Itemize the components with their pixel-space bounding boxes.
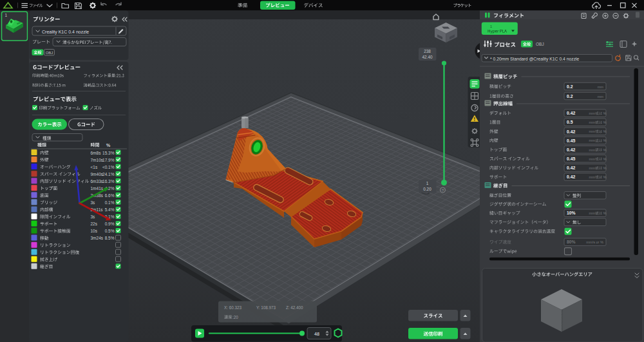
svg-text:0.5: 0.5 <box>567 120 573 124</box>
svg-text:10%: 10% <box>567 211 576 215</box>
svg-text:0.42: 0.42 <box>567 111 575 115</box>
svg-text:mm: mm <box>598 85 604 89</box>
svg-text:6.6%: 6.6% <box>105 193 115 198</box>
svg-text:1m41s: 1m41s <box>91 186 104 191</box>
svg-text:1: 1 <box>490 24 492 28</box>
svg-text:10s: 10s <box>91 229 98 233</box>
svg-text:3s: 3s <box>91 200 96 205</box>
svg-text:mm: mm <box>598 95 604 99</box>
svg-text:24.1%: 24.1% <box>102 172 115 176</box>
svg-text:0.9%: 0.9% <box>105 222 115 226</box>
svg-text:15.3%: 15.3% <box>102 151 115 155</box>
svg-text:mm: mm <box>589 148 596 152</box>
svg-text:%: % <box>603 211 607 215</box>
svg-text:0.5%: 0.5% <box>105 229 115 233</box>
svg-text:0.42: 0.42 <box>567 166 575 170</box>
svg-text:0.2: 0.2 <box>567 94 573 99</box>
svg-text:X: 60.323: X: 60.323 <box>224 305 242 310</box>
svg-text:238: 238 <box>424 49 431 53</box>
svg-text:mm: mm <box>589 175 596 179</box>
svg-text:mm: mm <box>589 211 596 215</box>
svg-text:mm: mm <box>589 138 596 142</box>
svg-text:8.5%: 8.5% <box>105 236 115 240</box>
svg-text:<0.1%: <0.1% <box>102 165 115 169</box>
svg-text:0.2: 0.2 <box>567 84 573 89</box>
svg-text:0.45: 0.45 <box>567 157 575 161</box>
svg-text:48: 48 <box>314 331 319 337</box>
svg-text:%: % <box>603 129 607 133</box>
svg-text:mm: mm <box>589 120 596 124</box>
svg-text:%: % <box>603 120 607 124</box>
svg-text:%: % <box>603 138 607 142</box>
svg-text:1: 1 <box>426 181 429 185</box>
svg-text:OBJ: OBJ <box>536 42 544 46</box>
svg-text:0.45: 0.45 <box>567 138 575 143</box>
svg-text:?: ? <box>442 189 444 193</box>
svg-text:Y: 108.973: Y: 108.973 <box>256 305 276 310</box>
svg-text:%: % <box>106 143 111 147</box>
svg-text:0.42: 0.42 <box>567 147 575 152</box>
svg-text:%: % <box>603 166 607 170</box>
svg-text:1: 1 <box>5 13 8 17</box>
svg-text:0.42: 0.42 <box>567 175 575 179</box>
svg-text:17.9%: 17.9% <box>102 158 115 162</box>
svg-text:5.4%: 5.4% <box>105 207 115 212</box>
svg-text:OBJ: OBJ <box>46 51 53 55</box>
svg-text:16.3%: 16.3% <box>102 179 115 184</box>
svg-text:mm: mm <box>589 157 596 161</box>
svg-text:Creality K1C 0.4 nozzle: Creality K1C 0.4 nozzle <box>42 30 89 35</box>
svg-text:0.20: 0.20 <box>423 187 431 191</box>
svg-text:%: % <box>603 111 607 115</box>
svg-text:80%: 80% <box>567 240 576 244</box>
svg-text:0.42: 0.42 <box>567 129 575 134</box>
svg-text:mm: mm <box>589 129 596 133</box>
svg-text:0.1%: 0.1% <box>105 200 115 205</box>
svg-text:6m33s: 6m33s <box>91 179 104 184</box>
svg-text:42.40: 42.40 <box>422 55 433 59</box>
svg-text:6m8s: 6m8s <box>91 151 102 155</box>
svg-text:Z: 42.400: Z: 42.400 <box>286 305 303 310</box>
svg-text:mm/s or %: mm/s or % <box>586 240 603 244</box>
svg-text:mm: mm <box>589 111 596 115</box>
svg-text:<1s: <1s <box>91 165 98 169</box>
svg-text::20: :20 <box>232 315 238 319</box>
svg-text:%: % <box>603 175 607 179</box>
svg-text:%: % <box>603 148 607 152</box>
svg-text:mm: mm <box>589 166 596 170</box>
svg-text:9m40s: 9m40s <box>91 172 104 176</box>
svg-text:3s: 3s <box>91 214 96 219</box>
svg-text:* 0.20mm Standard @Creality K1: * 0.20mm Standard @Creality K1C 0.4 nozz… <box>490 57 580 62</box>
svg-text:7m10s: 7m10s <box>91 158 104 162</box>
svg-text:%: % <box>603 157 607 161</box>
svg-text:22s: 22s <box>91 222 98 226</box>
svg-text:3m24s: 3m24s <box>91 236 104 240</box>
